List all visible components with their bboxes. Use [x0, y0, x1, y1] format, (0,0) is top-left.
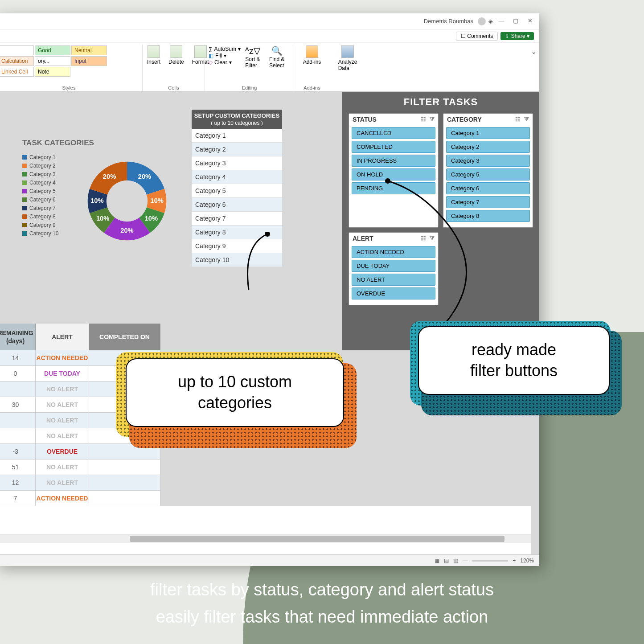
legend-item: Category 1	[22, 154, 58, 160]
slicer-item[interactable]: COMPLETED	[352, 141, 435, 153]
arrow-filters	[379, 174, 504, 334]
slicer-item[interactable]: IN PROGRESS	[352, 155, 435, 167]
style-cell[interactable]: Input	[71, 56, 107, 66]
style-cell[interactable]: Linked Cell	[0, 67, 34, 77]
svg-text:10%: 10%	[90, 197, 103, 204]
category-row[interactable]: Category 5	[192, 184, 282, 198]
view-break-icon[interactable]: ▥	[453, 558, 458, 564]
legend-item: Category 7	[22, 205, 58, 211]
svg-text:20%: 20%	[120, 227, 133, 234]
fill-button[interactable]: ◧Fill▾	[209, 53, 241, 59]
slicer-item[interactable]: Category 3	[446, 155, 530, 167]
svg-text:20%: 20%	[103, 173, 116, 180]
style-cell[interactable]: Good	[35, 45, 70, 55]
analyze-data-button[interactable]: Analyze Data	[332, 45, 364, 72]
close-icon[interactable]: ✕	[524, 17, 536, 25]
svg-text:10%: 10%	[145, 215, 158, 222]
legend-item: Category 3	[22, 171, 58, 177]
legend-item: Category 9	[22, 222, 58, 228]
delete-button[interactable]: Delete	[166, 45, 187, 66]
col-remaining[interactable]: REMAINING (days)	[0, 324, 36, 350]
legend-item: Category 6	[22, 197, 58, 203]
table-row[interactable]: 12NO ALERT	[0, 475, 160, 491]
category-row[interactable]: Category 3	[192, 156, 282, 170]
addins-button[interactable]: Add-ins	[296, 45, 328, 66]
callout-categories: up to 10 custom categories	[116, 352, 365, 450]
titlebar: Demetris Roumbas ◈ — ▢ ✕	[0, 13, 539, 29]
diamond-icon[interactable]: ◈	[488, 18, 493, 25]
svg-point-7	[265, 232, 270, 237]
category-row[interactable]: Category 6	[192, 198, 282, 212]
clear-button[interactable]: ◇Clear▾	[209, 59, 241, 66]
style-cell[interactable]: Calculation	[0, 56, 34, 66]
table-row[interactable]: 7ACTION NEEDED	[0, 491, 160, 506]
donut-chart: 20%10%10%20%10%10%20%	[80, 154, 174, 248]
autosum-button[interactable]: ∑AutoSum▾	[209, 46, 241, 52]
multiselect-icon[interactable]: ☷	[515, 116, 521, 123]
filter-title: FILTER TASKS	[342, 92, 539, 113]
style-cell[interactable]: Note	[35, 67, 70, 77]
col-alert[interactable]: ALERT	[36, 324, 89, 350]
insert-button[interactable]: Insert	[144, 45, 163, 66]
comments-button[interactable]: ☐ Comments	[456, 32, 498, 41]
arrow-categories	[241, 232, 294, 370]
avatar[interactable]	[478, 17, 486, 25]
callout-filters: ready made filter buttons	[410, 321, 633, 419]
ribbon: GoodNeutralCalculationory...InputLinked …	[0, 43, 539, 92]
zoom-out-icon[interactable]: —	[463, 558, 468, 564]
style-cell[interactable]: Neutral	[71, 45, 107, 55]
user-name: Demetris Roumbas	[424, 18, 473, 25]
category-row[interactable]: Category 4	[192, 170, 282, 184]
zoom-level[interactable]: 120%	[520, 558, 534, 564]
maximize-icon[interactable]: ▢	[510, 17, 521, 25]
find-select-button[interactable]: 🔍Find & Select	[267, 45, 287, 70]
style-cell[interactable]	[0, 45, 34, 55]
category-row[interactable]: Category 7	[192, 212, 282, 226]
command-bar: ☐ Comments ⇪ Share ▾	[0, 29, 539, 43]
view-normal-icon[interactable]: ▦	[435, 558, 439, 564]
styles-gallery[interactable]: GoodNeutralCalculationory...InputLinked …	[0, 45, 140, 78]
clear-filter-icon[interactable]: ⧩	[430, 116, 435, 123]
style-cell[interactable]: ory...	[35, 56, 70, 66]
svg-text:10%: 10%	[150, 197, 163, 204]
footer-caption: filter tasks by status, category and ale…	[0, 576, 644, 631]
svg-text:10%: 10%	[96, 215, 109, 222]
legend-item: Category 4	[22, 180, 58, 186]
minimize-icon[interactable]: —	[496, 17, 507, 25]
svg-text:20%: 20%	[138, 173, 151, 180]
legend-item: Category 8	[22, 213, 58, 220]
chart-legend: Category 1Category 2Category 3Category 4…	[22, 154, 58, 239]
scroll-horizontal[interactable]	[0, 534, 531, 543]
slicer-item[interactable]: CANCELLED	[352, 127, 435, 139]
share-button[interactable]: ⇪ Share ▾	[500, 32, 534, 40]
view-layout-icon[interactable]: ▤	[444, 558, 449, 564]
legend-item: Category 2	[22, 163, 58, 169]
col-completed[interactable]: COMPLETED ON	[89, 324, 160, 350]
statusbar: ▦ ▤ ▥ — + 120%	[0, 554, 539, 566]
chart-title: TASK CATEGORIES	[22, 139, 94, 148]
category-row[interactable]: Category 2	[192, 143, 282, 156]
multiselect-icon[interactable]: ☷	[421, 116, 426, 123]
svg-point-8	[385, 178, 390, 184]
legend-item: Category 5	[22, 188, 58, 194]
table-row[interactable]: 51NO ALERT	[0, 459, 160, 475]
slicer-item[interactable]: Category 1	[446, 127, 530, 139]
zoom-in-icon[interactable]: +	[513, 558, 516, 564]
ribbon-collapse-icon[interactable]: ⌄	[528, 45, 539, 91]
slicer-item[interactable]: Category 2	[446, 141, 530, 153]
sort-filter-button[interactable]: ᴬz▽Sort & Filter	[242, 45, 263, 70]
clear-filter-icon[interactable]: ⧩	[524, 116, 529, 123]
category-row[interactable]: Category 1	[192, 129, 282, 143]
legend-item: Category 10	[22, 230, 58, 237]
